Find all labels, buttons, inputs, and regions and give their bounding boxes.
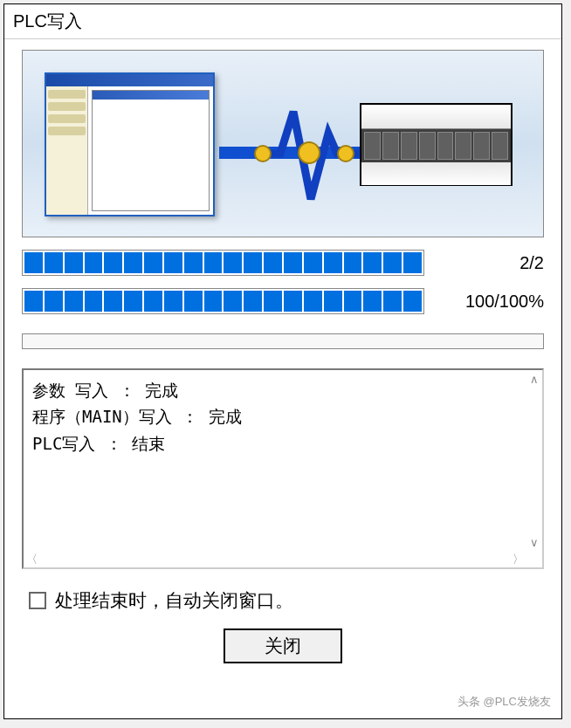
- log-line: 参数 写入 ： 完成: [32, 377, 533, 403]
- progress-label-percent: 100/100%: [435, 292, 544, 312]
- auto-close-label: 处理结束时，自动关闭窗口。: [55, 588, 293, 613]
- log-textarea[interactable]: 参数 写入 ： 完成程序（MAIN）写入 ： 完成PLC写入 ： 结束 ∧ ∨ …: [22, 368, 544, 569]
- scroll-left-icon[interactable]: 〈: [26, 552, 38, 567]
- progress-label-steps: 2/2: [435, 253, 544, 273]
- status-bar: [22, 333, 544, 349]
- watermark-text: 头条 @PLC发烧友: [457, 694, 551, 710]
- plc-write-dialog: PLC写入: [3, 3, 562, 719]
- dialog-title: PLC写入: [4, 4, 561, 39]
- scroll-down-icon[interactable]: ∨: [530, 536, 539, 549]
- progress-bar-percent: [22, 288, 424, 314]
- transfer-dot-icon: [298, 141, 320, 164]
- log-line: 程序（MAIN）写入 ： 完成: [32, 403, 533, 429]
- log-line: PLC写入 ： 结束: [32, 430, 533, 457]
- scroll-up-icon[interactable]: ∧: [530, 373, 539, 386]
- vertical-scrollbar[interactable]: ∧ ∨: [526, 370, 542, 552]
- progress-row-1: 2/2: [22, 250, 544, 276]
- progress-bar-steps: [22, 250, 424, 276]
- pc-illustration: [45, 72, 215, 216]
- auto-close-option: 处理结束时，自动关闭窗口。: [22, 588, 544, 613]
- button-row: 关闭: [22, 628, 544, 663]
- plc-illustration: [360, 103, 513, 186]
- dialog-content: 2/2 100/100% 参数 写入 ： 完成程序（MAIN）写入 ： 完成PL…: [4, 39, 561, 674]
- transfer-illustration: [22, 50, 544, 237]
- horizontal-scrollbar[interactable]: 〈 〉: [24, 552, 526, 567]
- close-button[interactable]: 关闭: [224, 628, 342, 663]
- progress-row-2: 100/100%: [22, 288, 544, 314]
- transfer-dot-icon: [254, 145, 272, 162]
- transfer-dot-icon: [337, 145, 354, 162]
- scroll-right-icon[interactable]: 〉: [513, 552, 524, 567]
- auto-close-checkbox[interactable]: [29, 592, 46, 609]
